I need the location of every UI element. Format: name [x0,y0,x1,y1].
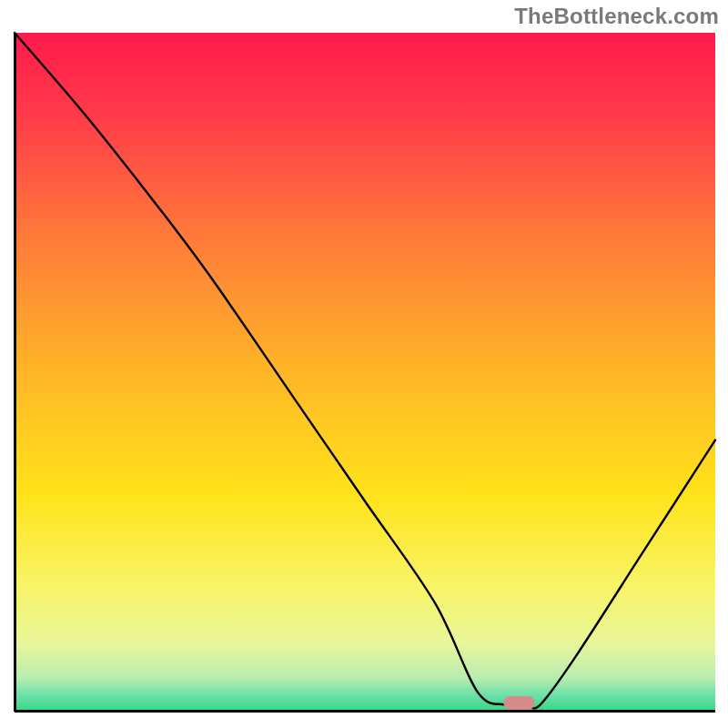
y-axis-line [14,33,16,712]
chart-curve-layer [0,0,728,728]
bottleneck-curve [15,33,715,708]
bottleneck-chart: TheBottleneck.com [0,0,728,728]
x-axis-line [15,710,715,713]
watermark-label: TheBottleneck.com [514,4,719,29]
optimum-marker [503,696,534,710]
